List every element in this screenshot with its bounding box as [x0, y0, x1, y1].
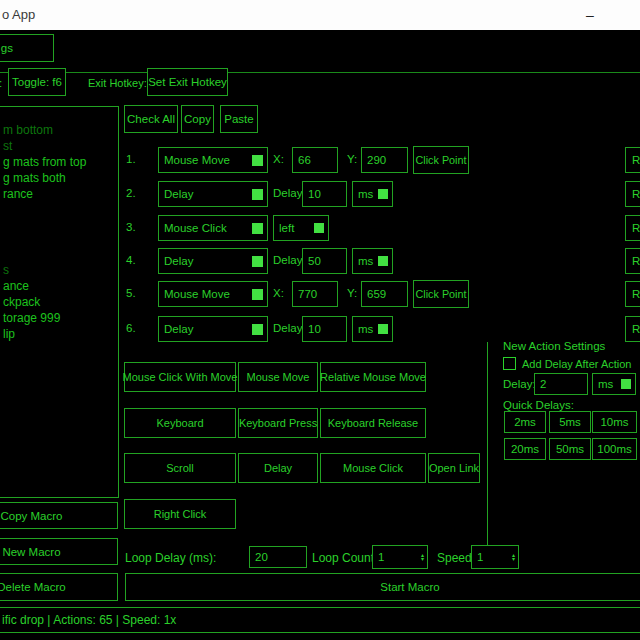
y-label: Y:	[347, 153, 357, 165]
add-open-link-button[interactable]: Open Link	[428, 453, 480, 483]
quick-delay-2ms-button[interactable]: 2ms	[504, 411, 546, 433]
row-number: 6.	[126, 322, 136, 334]
copy-button[interactable]: Copy	[181, 105, 214, 133]
minimize-icon: –	[586, 7, 594, 23]
settings-button[interactable]: gs	[0, 34, 54, 62]
add-keyboard-release-button[interactable]: Keyboard Release	[320, 408, 426, 438]
action-type-dropdown[interactable]: Mouse Move	[158, 281, 268, 307]
remove-action-button[interactable]: R	[625, 248, 640, 274]
add-scroll-button[interactable]: Scroll	[124, 453, 236, 483]
x-label: X:	[273, 153, 284, 165]
quick-delay-10ms-button[interactable]: 10ms	[592, 411, 637, 433]
delay-label: Delay	[273, 187, 302, 199]
mouse-button-value: left	[279, 222, 294, 234]
unit-dropdown[interactable]: ms	[352, 181, 393, 207]
action-type-dropdown[interactable]: Delay	[158, 316, 268, 342]
action-row: 6. Delay Delay 10 ms R	[0, 316, 640, 342]
spinner-arrows[interactable]: ▴ ▾	[421, 553, 424, 561]
dropdown-square-icon	[252, 155, 263, 166]
delete-macro-button[interactable]: Delete Macro	[0, 573, 118, 601]
add-mouse-click-button[interactable]: Mouse Click	[320, 453, 426, 483]
action-type-dropdown[interactable]: Mouse Click	[158, 215, 268, 241]
start-macro-button[interactable]: Start Macro	[125, 573, 640, 601]
action-row: 5. Mouse Move X: 770 Y: 659 Click Point …	[0, 281, 640, 307]
action-type-value: Delay	[164, 323, 193, 335]
hotkey-label-fragment: :	[0, 77, 2, 89]
exit-hotkey-label: Exit Hotkey:	[88, 77, 147, 89]
quick-delay-5ms-button[interactable]: 5ms	[549, 411, 591, 433]
add-right-click-button[interactable]: Right Click	[124, 499, 236, 529]
quick-delay-50ms-button[interactable]: 50ms	[549, 438, 591, 460]
remove-action-button[interactable]: R	[625, 316, 640, 342]
y-input[interactable]: 659	[361, 281, 408, 307]
copy-macro-button[interactable]: Copy Macro	[0, 502, 118, 529]
add-keyboard-button[interactable]: Keyboard	[124, 408, 236, 438]
remove-action-button[interactable]: R	[625, 281, 640, 307]
action-type-dropdown[interactable]: Mouse Move	[158, 147, 268, 173]
row-number: 1.	[126, 153, 136, 165]
dropdown-square-icon	[378, 256, 388, 266]
paste-button[interactable]: Paste	[220, 105, 258, 133]
dropdown-square-icon	[252, 324, 263, 335]
add-delay-button[interactable]: Delay	[238, 453, 318, 483]
remove-action-button[interactable]: R	[625, 147, 640, 173]
action-type-value: Delay	[164, 188, 193, 200]
dropdown-square-icon	[314, 223, 324, 233]
add-delay-checkbox[interactable]	[503, 357, 516, 370]
unit-dropdown[interactable]: ms	[352, 316, 393, 342]
y-input[interactable]: 290	[361, 147, 408, 173]
action-type-dropdown[interactable]: Delay	[158, 248, 268, 274]
status-bar: ific drop | Actions: 65 | Speed: 1x	[0, 607, 640, 633]
action-row: 1. Mouse Move X: 66 Y: 290 Click Point R	[0, 147, 640, 173]
delay-input[interactable]: 10	[302, 316, 347, 342]
minimize-button[interactable]: –	[575, 0, 605, 30]
action-row: 3. Mouse Click left R	[0, 215, 640, 241]
nas-delay-label: Delay:	[503, 378, 536, 390]
nas-unit-dropdown[interactable]: ms	[592, 373, 636, 395]
remove-action-button[interactable]: R	[625, 181, 640, 207]
macro-list-item[interactable]: m bottom	[3, 123, 53, 137]
dropdown-square-icon	[378, 189, 388, 199]
mouse-button-dropdown[interactable]: left	[273, 215, 329, 241]
add-mouse-move-button[interactable]: Mouse Move	[238, 362, 318, 392]
loop-delay-label: Loop Delay (ms):	[125, 551, 216, 565]
dropdown-square-icon	[252, 223, 263, 234]
spinner-down-icon: ▾	[421, 557, 424, 561]
nas-unit-value: ms	[598, 378, 613, 390]
nas-delay-input[interactable]: 2	[534, 373, 588, 395]
toggle-hotkey-button[interactable]: Toggle: f6	[8, 68, 66, 96]
x-input[interactable]: 66	[292, 147, 338, 173]
add-relative-mouse-move-button[interactable]: Relative Mouse Move	[320, 362, 426, 392]
unit-value: ms	[358, 323, 373, 335]
dropdown-square-icon	[252, 256, 263, 267]
click-point-button[interactable]: Click Point	[413, 280, 469, 308]
unit-dropdown[interactable]: ms	[352, 248, 393, 274]
loop-delay-input[interactable]: 20	[249, 546, 307, 568]
new-macro-button[interactable]: New Macro	[0, 538, 118, 565]
check-all-button[interactable]: Check All	[124, 105, 178, 133]
delay-input[interactable]: 50	[302, 248, 347, 274]
dropdown-square-icon	[252, 189, 263, 200]
window-title: o App	[2, 7, 35, 22]
remove-action-button[interactable]: R	[625, 215, 640, 241]
quick-delay-100ms-button[interactable]: 100ms	[592, 438, 637, 460]
x-label: X:	[273, 287, 284, 299]
add-mouse-click-with-move-button[interactable]: Mouse Click With Move	[124, 362, 236, 392]
click-point-button[interactable]: Click Point	[413, 146, 469, 174]
quick-delays-label: Quick Delays:	[503, 399, 574, 411]
set-exit-hotkey-button[interactable]: Set Exit Hotkey	[147, 68, 228, 96]
spinner-arrows[interactable]: ▴ ▾	[512, 553, 515, 561]
delay-input[interactable]: 10	[302, 181, 347, 207]
loop-count-value: 1	[378, 551, 384, 563]
add-keyboard-press-button[interactable]: Keyboard Press	[238, 408, 318, 438]
speed-spinner[interactable]: 1 ▴ ▾	[471, 545, 519, 569]
action-type-dropdown[interactable]: Delay	[158, 181, 268, 207]
quick-delay-20ms-button[interactable]: 20ms	[504, 438, 546, 460]
x-input[interactable]: 770	[292, 281, 338, 307]
row-number: 3.	[126, 221, 136, 233]
spinner-down-icon: ▾	[512, 557, 515, 561]
unit-value: ms	[358, 255, 373, 267]
dropdown-square-icon	[378, 324, 388, 334]
speed-value: 1	[477, 551, 483, 563]
loop-count-spinner[interactable]: 1 ▴ ▾	[372, 545, 428, 569]
